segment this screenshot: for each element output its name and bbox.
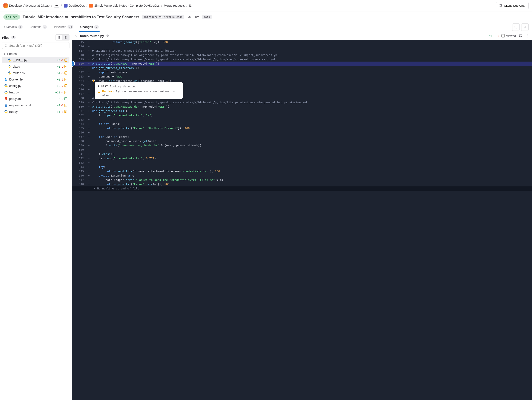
code-line[interactable]: 321+def get_current_directory(): [72,66,532,70]
tab-changes[interactable]: Changes9 [79,23,99,32]
project-avatar-icon [89,4,93,7]
code-line[interactable]: 345+ return send_file(f.name, attachment… [72,169,532,174]
crumb-section[interactable]: Merge requests [164,4,185,7]
file-item[interactable]: requirements.txt+3 -1 ± [2,102,70,109]
list-view-icon[interactable] [56,35,62,40]
target-branch[interactable]: main [202,15,212,19]
code-line[interactable]: 346+ except Exception as e: [72,174,532,178]
file-stats: +1 -0 ± [57,65,67,68]
status-badge: Open [3,14,20,20]
crumb-ellipsis[interactable]: ••• [54,4,59,7]
file-item[interactable]: pod.yaml+12 -0 + [2,96,70,102]
file-item[interactable]: fuzz.py+11 -4 ± [2,89,70,96]
file-item[interactable]: routes.py+51 -3 ± [2,70,70,76]
svg-point-0 [7,16,7,17]
code-line[interactable]: 330+@note.route('/api/passwords', method… [72,105,532,109]
svg-rect-10 [5,79,6,80]
copy-path-icon[interactable] [106,34,109,37]
code-line[interactable]: 342+ os.chmod("credentials.txt", 0o777) [72,156,532,161]
svg-point-19 [527,36,528,37]
tree-view-icon[interactable] [62,35,69,40]
source-branch[interactable]: introduce-vulnerable-code [142,15,184,19]
svg-rect-16 [107,35,108,36]
chevron-down-icon[interactable] [75,35,78,37]
code-line[interactable]: 343+ [72,161,532,165]
code-line[interactable]: 315+ return jsonify({"Error": e}), 500 [72,40,532,44]
code-line[interactable]: 338+ password_hash = users.get(user) [72,139,532,143]
code-line[interactable]: 344+ try: [72,165,532,169]
crumb-group[interactable]: Developer Advocacy at GitLab [3,3,49,8]
code-line[interactable]: 347+ note.logger.error("Failed to send t… [72,178,532,182]
code-line[interactable]: 348+ return jsonify({"Error": str(e)}), … [72,182,532,186]
gitlab-duo-chat-button[interactable]: GitLab Duo Chat [496,2,529,9]
viewed-checkbox[interactable]: Viewed [501,34,516,38]
sast-severity: Medium: [102,90,114,93]
diff-file-path[interactable]: notes/routes.py [80,34,104,38]
crumb-project[interactable]: Simply Vulnerable Notes - Complete DevSe… [89,4,160,7]
comment-icon[interactable] [519,34,523,38]
code-line[interactable]: 341+ f.close() [72,152,532,156]
fullscreen-button[interactable] [512,23,519,31]
file-item[interactable]: __init__.py+6 -1 ± [2,57,70,63]
svg-point-2 [8,16,9,17]
notifications-button[interactable] [521,23,529,31]
code-line[interactable]: 320+@note.route('/api/pwd', methods=['GE… [72,62,532,66]
diff-header: notes/routes.py +51 −3 Viewed [72,32,532,40]
file-stats: +3 -1 ± [57,104,67,107]
breadcrumb: Developer Advocacy at GitLab / ••• / Dev… [0,0,532,11]
file-stats: +1 -1 ± [57,78,67,81]
code-line[interactable]: 316+ [72,44,532,49]
file-item[interactable]: db.py+1 -0 ± [2,63,70,70]
code-line[interactable]: 329+# https://gitlab.com/gitlab-org/secu… [72,100,532,105]
removals-count: −3 [495,34,498,38]
code-line[interactable]: 332+ f = open("credentials.txt", "w") [72,113,532,117]
tab-pipelines[interactable]: Pipelines34 [53,23,74,32]
folder-notes[interactable]: notes [2,51,70,57]
code-line[interactable]: 334+ if not users: [72,122,532,126]
code-line[interactable]: 319+# https://gitlab.com/gitlab-org/secu… [72,57,532,62]
code-line[interactable]: 340+ [72,148,532,152]
file-name: run.py [9,110,56,113]
subgroup-avatar-icon [64,4,68,7]
sast-popover[interactable]: 1 SAST finding detectedMedium: Python po… [95,82,183,99]
code-line[interactable]: 331+def get_credentials(): [72,109,532,113]
code-line[interactable]: 336+ [72,130,532,135]
files-count: 9 [11,36,16,39]
more-options-icon[interactable] [525,34,529,38]
search-icon [5,44,8,47]
svg-point-1 [7,17,7,18]
file-stats: +5 -2 ± [57,84,67,88]
file-name: Dockerfile [9,78,56,81]
group-avatar-icon [3,3,8,8]
code-line[interactable]: 337+ for user in users: [72,135,532,139]
code-line[interactable]: 333+ [72,117,532,122]
file-item[interactable]: config.py+5 -2 ± [2,83,70,89]
code-line[interactable]: 323+ command = 'pwd' [72,74,532,79]
code-line[interactable]: 322+ import subprocess [72,70,532,74]
crumb-mr-iid[interactable]: !1 [189,4,192,7]
additions-count: +51 [487,34,492,38]
file-name: db.py [13,65,56,68]
severity-icon [98,92,100,94]
file-stats: +11 -4 ± [55,91,67,94]
file-name: pod.yaml [9,97,54,101]
tab-commits[interactable]: Commits1 [28,23,48,32]
code-viewer[interactable]: 315+ return jsonify({"Error": e}), 50031… [72,40,532,400]
file-item[interactable]: run.py+1 -1 ± [2,109,70,115]
svg-point-18 [527,36,528,36]
tab-overview[interactable]: Overview1 [3,23,23,32]
mr-title: Tutorial MR: Introduce Vulnerabilities t… [23,15,139,19]
files-label: Files [2,36,9,39]
file-item[interactable]: Dockerfile+1 -1 ± [2,76,70,83]
file-search[interactable] [2,42,70,49]
code-line[interactable]: 335+ return jsonify({"Error": "No Users … [72,126,532,130]
folder-icon [4,52,8,56]
code-line[interactable]: 339+ f.write("username: %s, hash: %s" % … [72,143,532,148]
code-line[interactable]: 317+# SECURITY: Insecure Deserialization… [72,49,532,53]
code-line[interactable]: 318+# https://gitlab.com/gitlab-org/secu… [72,53,532,57]
file-search-input[interactable] [9,44,67,47]
svg-rect-9 [5,79,5,80]
copy-branch-icon[interactable] [187,14,192,20]
crumb-subgroup[interactable]: DevSecOps [64,4,85,7]
into-label: into [195,15,200,19]
